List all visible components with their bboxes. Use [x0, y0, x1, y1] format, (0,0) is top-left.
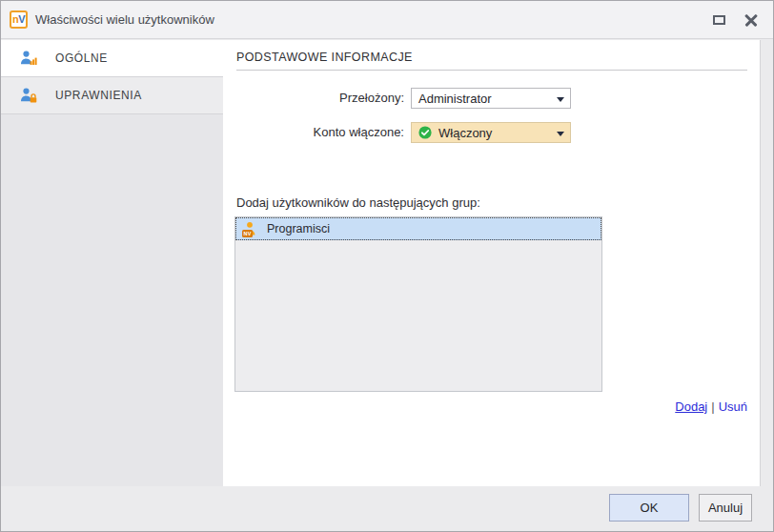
tab-general[interactable]: OGÓLNE: [1, 40, 223, 76]
window-controls: [706, 1, 764, 39]
add-link[interactable]: Dodaj: [675, 399, 707, 414]
group-badge: NV: [242, 230, 253, 237]
ok-button[interactable]: OK: [609, 494, 689, 522]
groups-list-label: Dodaj użytkowników do następujących grup…: [236, 195, 480, 210]
dialog-window: nV Właściwości wielu użytkowników: [0, 0, 774, 532]
supervisor-label: Przełożony:: [223, 87, 404, 110]
maximize-button[interactable]: [706, 8, 731, 32]
section-divider: [236, 70, 747, 71]
app-logo-letter: V: [18, 13, 25, 25]
section-title: PODSTAWOWE INFORMACJE: [236, 51, 413, 64]
groups-listbox[interactable]: NV Programisci: [234, 216, 602, 392]
account-enabled-label: Konto włączone:: [223, 121, 404, 144]
user-lock-icon: [20, 87, 37, 104]
check-circle-icon: [418, 126, 432, 139]
app-logo-icon: nV: [10, 10, 28, 29]
footer: OK Anuluj: [1, 486, 773, 531]
account-enabled-select[interactable]: Włączony: [411, 122, 571, 143]
supervisor-value: Administrator: [418, 92, 492, 106]
group-name: Programisci: [267, 222, 330, 235]
window-title: Właściwości wielu użytkowników: [35, 1, 214, 39]
tab-permissions-label: UPRAWNIENIA: [55, 89, 142, 102]
chevron-down-icon: [557, 132, 564, 136]
chevron-down-icon: [557, 97, 564, 102]
supervisor-select[interactable]: Administrator: [411, 88, 571, 109]
content-panel: PODSTAWOWE INFORMACJE Przełożony: Admini…: [223, 40, 761, 487]
list-actions: Dodaj|Usuń: [675, 399, 747, 414]
remove-link[interactable]: Usuń: [719, 399, 747, 414]
titlebar: nV Właściwości wielu użytkowników: [1, 1, 773, 39]
tab-general-label: OGÓLNE: [55, 51, 108, 65]
list-item-group[interactable]: NV Programisci: [235, 217, 601, 240]
account-enabled-value: Włączony: [438, 126, 492, 140]
user-stats-icon: [20, 50, 37, 67]
maximize-icon: [713, 15, 725, 25]
cancel-button[interactable]: Anuluj: [699, 494, 752, 522]
sidebar: OGÓLNE UPRAWNIENIA: [1, 40, 223, 531]
close-button[interactable]: [739, 8, 764, 32]
tab-permissions[interactable]: UPRAWNIENIA: [1, 76, 223, 114]
link-separator: |: [711, 399, 714, 414]
group-icon: NV: [242, 221, 257, 236]
close-icon: [744, 13, 758, 27]
